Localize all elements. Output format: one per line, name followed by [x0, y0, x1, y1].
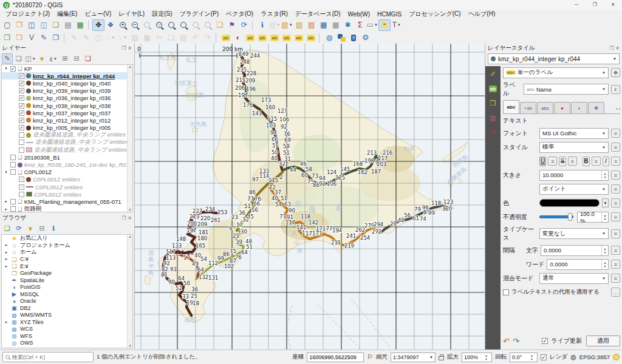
layer-item[interactable]: ✓kmz_kp_r040_integer kp_r040 [2, 79, 132, 87]
refresh-map-icon[interactable]: ⟳ [238, 19, 250, 31]
live-update-checkbox[interactable]: ✓ [542, 338, 548, 344]
layer-item[interactable]: ✓kmz_kp_r037_integer kp_r037 [2, 109, 132, 116]
opacity-override-button[interactable]: ≡ [611, 212, 620, 221]
layer-item[interactable]: ✓kmz_kp_r044_integer kp_r044 [2, 72, 132, 79]
panel-float-icon[interactable]: ❐ [609, 46, 613, 51]
pin-labels-icon[interactable]: ab [244, 32, 256, 44]
measure-icon[interactable]: ▭▼ [366, 19, 378, 31]
menu-item[interactable]: プロセッシング(C) [405, 10, 465, 18]
tab-buffer[interactable]: abc [537, 102, 553, 113]
layer-item[interactable]: ▾❑C0PL001Z [2, 169, 132, 176]
layer-visibility-checkbox[interactable] [10, 155, 16, 160]
browser-item[interactable]: ▸◍XYZ Tiles [2, 318, 132, 326]
open-layer-styling-icon[interactable]: ✎ [2, 53, 13, 64]
rotation-input[interactable]: 0.0° ▲▼ [510, 352, 538, 362]
maximize-button[interactable]: ❐ [586, 0, 604, 10]
remove-layer-icon[interactable]: ❑ [83, 53, 94, 64]
style-override-button[interactable]: ≡ [611, 143, 620, 152]
layer-item[interactable]: ✓C0PL001Z entities [2, 176, 132, 183]
deselect-all-icon[interactable]: ▧ [306, 19, 318, 31]
layer-visibility-checkbox[interactable] [10, 199, 16, 204]
typecase-override-button[interactable]: ≡ [611, 229, 620, 238]
expander-icon[interactable]: ▸ [4, 207, 9, 212]
expander-icon[interactable]: ▾ [4, 170, 9, 175]
color-swatch[interactable] [539, 199, 600, 207]
strikethrough-override-button[interactable]: ≡ [568, 157, 577, 166]
browser-item[interactable]: ◍WCS [2, 326, 132, 333]
symbology-tab[interactable]: ✐ [487, 69, 499, 79]
menu-item[interactable]: プラグイン(P) [176, 10, 223, 18]
browser-item[interactable]: ▣DB2 [2, 305, 132, 312]
style-manager-icon[interactable]: ▦ [74, 19, 86, 31]
layer-item[interactable]: 道央圏連絡道路_中央ランプ entities [2, 146, 132, 153]
expander-icon[interactable]: ▸ [4, 264, 9, 269]
panel-float-icon[interactable]: ❐ [121, 46, 126, 51]
menu-item[interactable]: レイヤ(L) [115, 10, 148, 18]
italic-override-button[interactable]: ≡ [611, 157, 620, 166]
menu-item[interactable]: Web(W) [344, 11, 374, 18]
layer-visibility-checkbox[interactable]: ✓ [19, 88, 24, 93]
size-input[interactable]: 10.0000▲▼ [539, 170, 609, 181]
tab-background[interactable]: ● [554, 102, 570, 113]
collapse-all-browser-icon[interactable]: ⊟ [36, 223, 47, 234]
expander-icon[interactable]: ▾ [4, 66, 9, 71]
tab-scroll-left-icon[interactable]: ‹ [616, 106, 618, 112]
layer-visibility-checkbox[interactable]: ✓ [19, 118, 24, 123]
blend-override-button[interactable]: ≡ [611, 274, 620, 283]
size-unit-select[interactable]: ポイント▼ [539, 184, 609, 195]
size-override-button[interactable]: ≡ [611, 170, 620, 180]
menu-item[interactable]: ベクタ(O) [222, 10, 257, 18]
menu-item[interactable]: 設定(S) [148, 10, 176, 18]
select-by-value-icon[interactable]: ▧▼ [281, 19, 293, 31]
substitution-checkbox[interactable] [503, 289, 509, 295]
menu-item[interactable]: データベース(D) [292, 10, 344, 18]
zoom-to-layer-icon[interactable] [177, 19, 190, 31]
browser-item[interactable]: ✒SpatiaLite [2, 277, 132, 284]
python-console-icon[interactable] [335, 32, 347, 44]
layer-visibility-checkbox[interactable] [19, 192, 24, 197]
tab-scroll-right-icon[interactable]: › [618, 106, 620, 112]
layer-item[interactable]: ❑20190308_B1 [2, 153, 132, 161]
map-tips-icon[interactable]: ❝ [378, 19, 391, 31]
underline-override-button[interactable]: ≡ [548, 157, 557, 166]
add-group-icon[interactable]: ❑ [13, 53, 24, 64]
browser-item[interactable]: ❒GeoPackage [2, 270, 132, 277]
layer-item[interactable]: ✓C0PL001Z entities [2, 183, 132, 190]
layer-item[interactable]: ✓kmz_kp_r038_integer kp_r038 [2, 102, 132, 109]
layer-visibility-checkbox[interactable]: ✓ [19, 177, 24, 182]
bold-button[interactable]: B [583, 157, 589, 166]
zoom-in-icon[interactable]: + [117, 19, 129, 31]
labels-tab[interactable]: ab [487, 83, 499, 94]
layer-visibility-checkbox[interactable]: ✓ [19, 95, 24, 101]
letter-spacing-input[interactable]: 0.0000▲▼ [541, 245, 609, 256]
layer-item[interactable]: ✓kmz_kp_r039_integer kp_r039 [2, 87, 132, 95]
layer-item[interactable]: ▸❑街路樹 [2, 206, 132, 212]
hcmgis-tool-icon[interactable]: ❂ [360, 32, 372, 44]
new-shapefile-layer-icon[interactable]: ❒ [13, 32, 26, 44]
attribute-table-icon[interactable]: ▦ [318, 19, 330, 31]
font-select[interactable]: MS UI Gothic▼ [539, 128, 609, 139]
auto-placement-settings-button[interactable]: ❖ [611, 68, 620, 77]
mouse-position-icon[interactable]: ⚐ [367, 353, 373, 361]
zoom-out-icon[interactable]: − [129, 19, 141, 31]
new-memory-layer-icon[interactable]: ❒ [50, 32, 62, 44]
layer-item[interactable]: ✓kmz_kp_r005_integer kp_r005 [2, 124, 132, 132]
new-geopackage-layer-icon[interactable]: ❒ [1, 32, 13, 44]
layer-visibility-checkbox[interactable]: ✓ [10, 66, 16, 72]
menu-item[interactable]: ラスタ(R) [257, 10, 292, 18]
browser-item[interactable]: ▸❏C:¥ [2, 256, 132, 263]
refresh-browser-icon[interactable]: ⟳ [13, 223, 24, 234]
layer-visibility-checkbox[interactable]: ✓ [19, 73, 24, 79]
osm-place-search-icon[interactable]: ◍ [323, 32, 335, 44]
highlight-pinned-labels-icon[interactable]: ab [256, 32, 268, 44]
layer-item[interactable]: ✓kmz_kp_r012_integer kp_r012 [2, 116, 132, 124]
bold-override-button[interactable]: ≡ [592, 157, 601, 166]
layer-visibility-checkbox[interactable]: ✓ [19, 184, 24, 190]
zoom-full-icon[interactable]: ⁘ [153, 19, 165, 31]
browser-item[interactable]: ◍WMS/WMTS [2, 312, 132, 319]
italic-button[interactable]: I [603, 157, 609, 166]
zoom-to-selection-icon[interactable] [165, 19, 177, 31]
tab-text[interactable]: abc [503, 100, 519, 113]
opacity-input[interactable]: 100.0 %▲▼ [577, 212, 609, 223]
layer-labeling-options-icon[interactable]: ab [220, 32, 232, 44]
